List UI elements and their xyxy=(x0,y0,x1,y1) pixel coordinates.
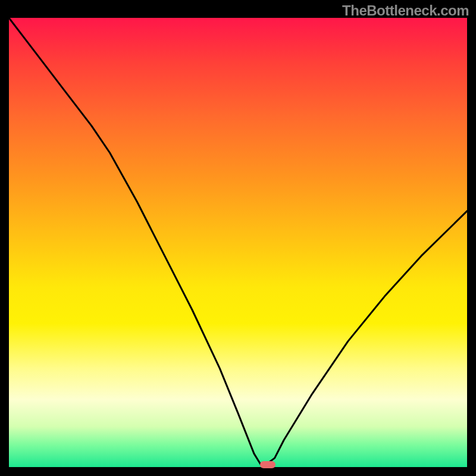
watermark-text: TheBottleneck.com xyxy=(342,2,469,19)
chart-container: TheBottleneck.com xyxy=(0,0,476,476)
bottleneck-curve xyxy=(9,18,467,467)
optimal-point-marker xyxy=(260,461,275,468)
plot-area xyxy=(9,18,467,467)
